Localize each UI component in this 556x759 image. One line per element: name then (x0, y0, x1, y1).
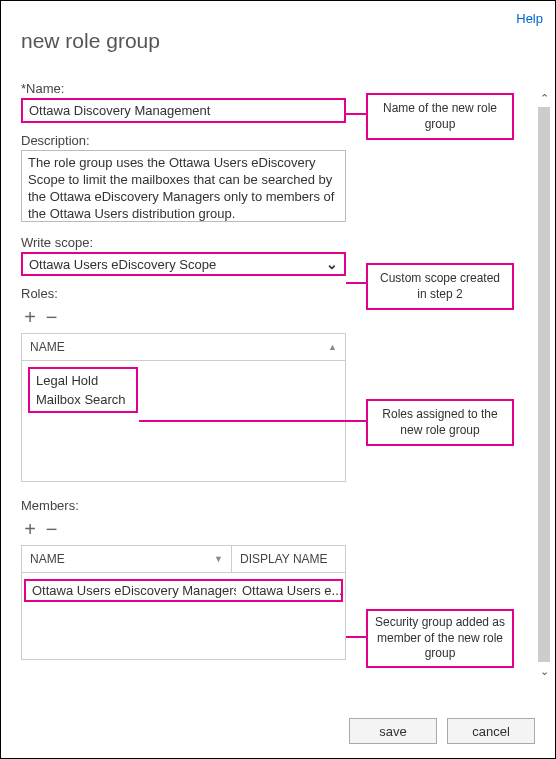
remove-member-icon[interactable]: − (43, 519, 61, 539)
write-scope-value: Ottawa Users eDiscovery Scope (29, 257, 216, 272)
member-display: Ottawa Users e... (236, 581, 341, 600)
name-label: *Name: (21, 81, 331, 96)
connector (346, 282, 366, 284)
members-header-name[interactable]: NAME ▼ (22, 546, 232, 572)
connector (139, 420, 366, 422)
role-item[interactable]: Mailbox Search (34, 390, 132, 409)
add-role-icon[interactable]: + (21, 307, 39, 327)
write-scope-label: Write scope: (21, 235, 331, 250)
help-link[interactable]: Help (516, 11, 543, 26)
remove-role-icon[interactable]: − (43, 307, 61, 327)
description-label: Description: (21, 133, 331, 148)
write-scope-select[interactable]: Ottawa Users eDiscovery Scope ⌄ (21, 252, 346, 276)
roles-header-name[interactable]: NAME ▲ (22, 334, 345, 360)
callout-scope: Custom scope created in step 2 (366, 263, 514, 310)
dropdown-icon: ▼ (214, 554, 223, 564)
page-title: new role group (1, 1, 555, 71)
chevron-down-icon: ⌄ (326, 256, 338, 272)
roles-label: Roles: (21, 286, 331, 301)
description-textarea[interactable]: The role group uses the Ottawa Users eDi… (21, 150, 346, 222)
role-item[interactable]: Legal Hold (34, 371, 132, 390)
roles-selection: Legal Hold Mailbox Search (28, 367, 138, 413)
member-name: Ottawa Users eDiscovery Managers (26, 581, 236, 600)
add-member-icon[interactable]: + (21, 519, 39, 539)
member-row[interactable]: Ottawa Users eDiscovery Managers Ottawa … (24, 579, 343, 602)
members-label: Members: (21, 498, 331, 513)
members-grid: NAME ▼ DISPLAY NAME Ottawa Users eDiscov… (21, 545, 346, 660)
roles-grid: NAME ▲ Legal Hold Mailbox Search (21, 333, 346, 482)
connector (346, 113, 366, 115)
scrollbar[interactable]: ⌃ ⌄ (537, 91, 551, 709)
cancel-button[interactable]: cancel (447, 718, 535, 744)
scroll-thumb[interactable] (538, 107, 550, 662)
connector (346, 636, 366, 638)
callout-members: Security group added as member of the ne… (366, 609, 514, 668)
name-input[interactable] (21, 98, 346, 123)
callout-name: Name of the new role group (366, 93, 514, 140)
callout-roles: Roles assigned to the new role group (366, 399, 514, 446)
scroll-up-icon[interactable]: ⌃ (537, 91, 551, 105)
save-button[interactable]: save (349, 718, 437, 744)
members-header-display[interactable]: DISPLAY NAME (232, 546, 345, 572)
sort-asc-icon: ▲ (328, 342, 337, 352)
scroll-down-icon[interactable]: ⌄ (537, 664, 551, 678)
